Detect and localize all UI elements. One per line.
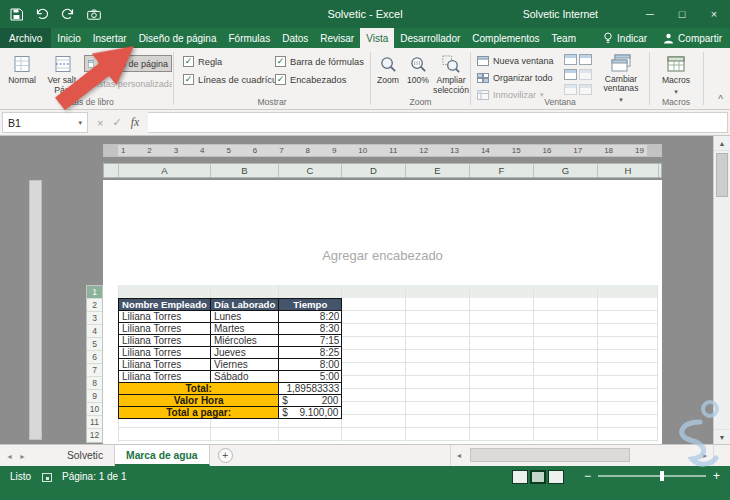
enter-entry-button[interactable]: ✓ [112,116,121,129]
save-button[interactable] [8,5,24,23]
scroll-left-icon[interactable]: ◄ [451,452,467,459]
scroll-up-icon[interactable]: ▲ [714,136,730,151]
cell[interactable]: 7:15 [279,335,342,347]
cell[interactable]: Liliana Torres [119,323,211,335]
unhide-window-button[interactable] [564,84,577,95]
tab-vista[interactable]: Vista [360,28,394,48]
view-side-by-side-button[interactable] [579,54,592,65]
camera-button[interactable] [86,5,102,23]
total-label-cell[interactable]: Total: [119,383,279,395]
cell[interactable]: Liliana Torres [119,359,211,371]
cell[interactable]: 8:25 [279,347,342,359]
maximize-button[interactable]: □ [666,0,698,28]
reset-window-position-button[interactable] [579,84,592,95]
arrange-all-button[interactable]: Organizar todo [474,70,562,85]
normal-view-button[interactable]: Normal [4,50,40,104]
tab-formulas[interactable]: Fórmulas [222,28,276,48]
total-value-cell[interactable]: 1,89583333 [279,383,342,395]
cell[interactable]: Miércoles [211,335,279,347]
row-header-6[interactable]: 6 [87,351,102,364]
share-button[interactable]: Compartir [655,28,730,48]
row-header-11[interactable]: 11 [87,416,102,429]
undo-button[interactable] [34,5,50,23]
cell[interactable]: Viernes [211,359,279,371]
split-button[interactable] [564,54,577,65]
cell[interactable]: Liliana Torres [119,347,211,359]
collapse-ribbon-button[interactable]: ^ [718,94,723,105]
row-header-1[interactable]: 1 [87,286,102,299]
account-name[interactable]: Solvetic Internet [523,0,598,28]
page-header-placeholder[interactable]: Agregar encabezado [103,248,662,263]
tab-datos[interactable]: Datos [276,28,314,48]
header-cell[interactable]: Día Laborado [211,299,279,311]
page-break-view-shortcut-icon[interactable] [548,470,564,484]
hide-window-button[interactable] [564,69,577,80]
next-sheet-icon[interactable]: ► [19,453,26,460]
tab-inicio[interactable]: Inicio [51,28,86,48]
header-cell[interactable]: Tiempo [279,299,342,311]
previous-sheet-icon[interactable]: ◄ [6,453,13,460]
tab-revisar[interactable]: Revisar [314,28,360,48]
cell[interactable]: Jueves [211,347,279,359]
column-header-b[interactable]: B [211,164,279,177]
zoom-100-button[interactable]: 100% [403,50,433,104]
tab-archivo[interactable]: Archivo [0,28,51,48]
row-header-10[interactable]: 10 [87,403,102,416]
zoom-slider-thumb[interactable] [660,471,664,481]
zoom-button[interactable]: Zoom [373,50,403,104]
cell[interactable]: Liliana Torres [119,311,211,323]
column-header-h[interactable]: H [598,164,659,177]
cell[interactable]: 8:30 [279,323,342,335]
row-header-4[interactable]: 4 [87,325,102,338]
redo-button[interactable] [60,5,76,23]
sheet-tab-marca-de-agua[interactable]: Marca de agua [115,445,210,466]
cell[interactable]: 8:20 [279,311,342,323]
horizontal-scrollbar-thumb[interactable] [470,448,630,462]
row-header-3[interactable]: 3 [87,312,102,325]
horizontal-scrollbar-track[interactable] [467,445,697,466]
tab-team[interactable]: Team [546,28,582,48]
vertical-scrollbar-thumb[interactable] [716,153,728,197]
row-header-7[interactable]: 7 [87,364,102,377]
total-pagar-value-cell[interactable]: $ 9.100,00 [279,407,342,419]
column-header-c[interactable]: C [279,164,342,177]
cell[interactable]: 5:00 [279,371,342,383]
ruler-checkbox[interactable]: ✓ Regla [183,56,222,67]
zoom-to-selection-button[interactable]: Ampliar selección [433,50,469,104]
macro-record-icon[interactable] [42,473,52,482]
valor-hora-value-cell[interactable]: $ 200 [279,395,342,407]
column-header-f[interactable]: F [470,164,534,177]
macros-button[interactable]: Macros ▾ [653,50,699,104]
row-header-9[interactable]: 9 [87,390,102,403]
column-header-g[interactable]: G [534,164,598,177]
page-layout-view-shortcut-icon[interactable] [530,470,546,484]
row-header-8[interactable]: 8 [87,377,102,390]
row-header-5[interactable]: 5 [87,338,102,351]
cell[interactable]: 8:00 [279,359,342,371]
new-window-button[interactable]: Nueva ventana [474,53,562,68]
cell[interactable]: Liliana Torres [119,335,211,347]
minimize-button[interactable]: ─ [634,0,666,28]
header-cell[interactable]: Nombre Empleado [119,299,211,311]
cell[interactable]: Sábado [211,371,279,383]
headings-checkbox[interactable]: ✓ Encabezados [275,74,346,85]
column-header-a[interactable]: A [119,164,211,177]
column-header-e[interactable]: E [406,164,470,177]
cell[interactable]: Liliana Torres [119,371,211,383]
row-header-2[interactable]: 2 [87,299,102,312]
sheet-tab-solvetic[interactable]: Solvetic [56,445,115,466]
close-button[interactable]: × [698,0,730,28]
tab-complementos[interactable]: Complementos [466,28,545,48]
zoom-out-button[interactable]: − [584,469,591,483]
formula-bar-checkbox[interactable]: ✓ Barra de fórmulas [275,56,364,67]
tab-diseno-de-pagina[interactable]: Diseño de página [133,28,223,48]
cell[interactable]: Martes [211,323,279,335]
add-sheet-button[interactable]: + [218,448,233,463]
tell-me-button[interactable]: Indicar [595,28,655,48]
gridlines-checkbox[interactable]: ✓ Líneas de cuadrícula [183,74,284,85]
formula-input[interactable] [148,112,728,133]
valor-hora-label-cell[interactable]: Valor Hora [119,395,279,407]
switch-windows-button[interactable]: Cambiar ventanas ▾ [596,50,646,104]
row-header-12[interactable]: 12 [87,429,102,442]
normal-view-shortcut-icon[interactable] [512,470,528,484]
